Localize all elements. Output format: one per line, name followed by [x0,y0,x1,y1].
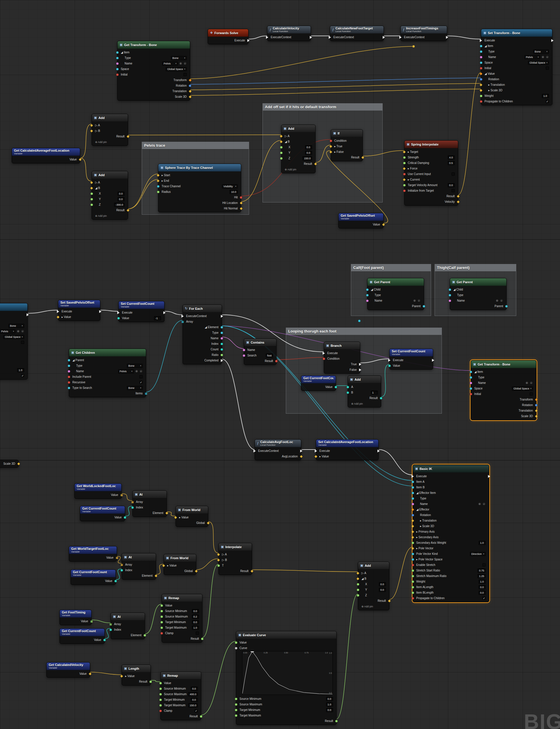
search-icon[interactable]: ⌕ [21,330,24,333]
search-icon[interactable]: ⌕ [139,370,143,373]
float-pin[interactable] [160,615,163,618]
vec-pin[interactable] [162,564,165,567]
get-world-target-foot-loc[interactable]: Get WorldTargetFootLocVariableValue▦ [69,546,117,562]
float-pin[interactable] [412,591,414,594]
checkbox[interactable] [546,67,549,70]
value-input[interactable]: 0.0 [479,591,486,595]
get-foot-timing[interactable]: Get FootTimingVariableValue▦ [59,610,92,625]
exec-pin[interactable] [181,315,184,318]
vec-pin[interactable] [17,462,20,465]
int-pin[interactable] [109,628,112,631]
item-pin[interactable] [505,305,508,307]
value-input[interactable]: 1.0 [192,626,199,630]
name-pin[interactable] [116,62,119,65]
farray-pin[interactable]: ▦ [109,623,112,625]
comment-title[interactable]: Thigh(Calf parent) [435,264,516,271]
name-pin[interactable] [366,299,369,302]
node-header[interactable]: Get CurrentFootCountVariable [301,376,336,383]
get-current-foot-count-4[interactable]: Get CurrentFootCountVariableValue [59,628,105,644]
vec-pin[interactable] [188,90,192,93]
set-current-foot-count-2[interactable]: Set CurrentFootCountVariableExecuteValue [389,349,433,370]
vec-pin[interactable] [126,209,129,212]
item-pin[interactable] [116,51,119,54]
value-input[interactable]: 0.0 [118,192,125,196]
add-vector-3[interactable]: ▣Add▷ A◢ BX0.0Y0.0Z150.0Result⊕ Add pin [281,125,316,173]
bool-pin[interactable] [275,360,278,362]
search-icon[interactable]: ⌕ [482,502,486,506]
node-header[interactable]: ▣Length [122,665,151,672]
vec-pin[interactable] [207,521,210,525]
int-pin[interactable] [124,516,126,519]
float-pin[interactable] [160,604,163,607]
node-header[interactable]: ƒCalculateVelocityLocal Function [267,26,311,34]
comment-title[interactable]: Pelvis trace [142,142,249,149]
vec-pin[interactable] [411,519,414,522]
at-2[interactable]: ▣At▦ArrayIndexElement [122,553,156,580]
node-header[interactable]: Get WorldTargetFootLocVariable [69,546,117,554]
int-pin[interactable] [347,391,349,394]
exec-pin[interactable] [247,39,250,42]
set-transform-bone-partial[interactable]: ▣Set Transform - BoneExecute◢ ItemTypeBo… [0,303,28,380]
float-pin[interactable] [201,637,204,640]
name-pin[interactable] [68,370,70,373]
node-header[interactable]: ▣At [133,491,167,498]
name-pin[interactable] [480,56,482,58]
exec-pin[interactable] [221,359,223,362]
remap-1[interactable]: ▣RemapValueSource Minimum0.0Source Maxim… [162,594,202,643]
checkbox[interactable]: ✓ [195,709,198,712]
vec-pin[interactable] [90,129,93,132]
value-input[interactable]: 1.0 [479,580,486,584]
enum-dropdown[interactable]: Global Space▾ [3,335,24,339]
rot-pin[interactable] [412,514,414,516]
bool-pin[interactable] [412,597,414,599]
int-pin[interactable] [103,639,106,641]
basic-ik[interactable]: ▣Basic IKExecuteItem AItem B◢ Effector I… [413,465,489,602]
interpolate[interactable]: ▣Interpolate▷ A▷ BTResult [218,543,252,575]
float-pin[interactable] [235,714,237,717]
float-pin[interactable] [159,687,162,690]
node-header[interactable]: ❖Forwards Solve [208,29,248,37]
bool-pin[interactable] [159,709,162,712]
pick-icon[interactable]: ⊙ [179,62,182,65]
node-header[interactable]: ▣Add [281,125,315,132]
get-parent-calf[interactable]: ▣Get Parent◢ ChildTypeName⊙⌕Parent [367,278,424,310]
float-pin[interactable] [217,564,220,567]
vec-pin[interactable] [78,158,82,161]
value-input[interactable]: 10.0 [230,190,238,194]
comment-title[interactable]: Looping thorugh each foot [286,328,442,335]
vec-pin[interactable] [456,195,460,198]
comment-title[interactable]: Calf(Foot parent) [351,264,431,271]
add-pin-button[interactable]: ⊕ Add pin [351,402,363,405]
from-world-2[interactable]: ▣From World▸ ValueGlobal [164,554,196,575]
xform-pin[interactable] [535,398,538,401]
vec-pin[interactable] [456,200,460,203]
float-pin[interactable] [280,157,283,160]
farray-pin[interactable]: ▦ [90,620,93,623]
node-header[interactable]: ↻For Each [183,305,222,312]
calculate-velocity[interactable]: ƒCalculateVelocityLocal FunctionExecuteC… [267,26,311,41]
enum-dropdown[interactable]: Direction▾ [470,552,486,556]
node-header[interactable]: ƒIncreaseFootTimingsLocal Function [401,26,447,34]
branch[interactable]: ▣BranchExecuteConditionTrueFalse [324,342,360,374]
value-input[interactable]: 0.5 [448,161,455,165]
node-header[interactable]: ▣Get Children [69,349,146,356]
reroute-dot[interactable] [358,320,361,322]
add-pin-button[interactable]: ⊕ Add pin [285,168,296,171]
graph-canvas[interactable]: BIG Pelvis traceAdd off set if it hits o… [0,0,560,729]
float-pin[interactable] [200,715,202,718]
increase-foot-timings[interactable]: ƒIncreaseFootTimingsLocal FunctionExecut… [400,26,447,41]
type-pin[interactable] [366,294,369,296]
type-pin[interactable] [116,57,119,59]
exec-pin[interactable] [99,310,101,313]
enum-dropdown[interactable]: Bone▾ [8,324,24,328]
float-pin[interactable] [357,583,359,585]
float-pin[interactable] [221,354,223,356]
vec-pin[interactable] [90,124,93,127]
add-vector-2[interactable]: ▣Add▷ A◢ BX0.0Y0.0Z-300.0Result⊕ Add pin [92,171,128,220]
array-pin[interactable]: ▦ [145,392,147,395]
value-input[interactable]: 0.0 [379,588,386,592]
get-world-locked-foot-loc[interactable]: Get WorldLockedFootLocVariableValue▦ [74,483,122,499]
node-header[interactable]: ▣Interpolate [219,543,252,551]
node-header[interactable]: Get CurrentFootCountVariable [60,629,104,636]
pick-icon[interactable]: ⊙ [17,330,20,333]
